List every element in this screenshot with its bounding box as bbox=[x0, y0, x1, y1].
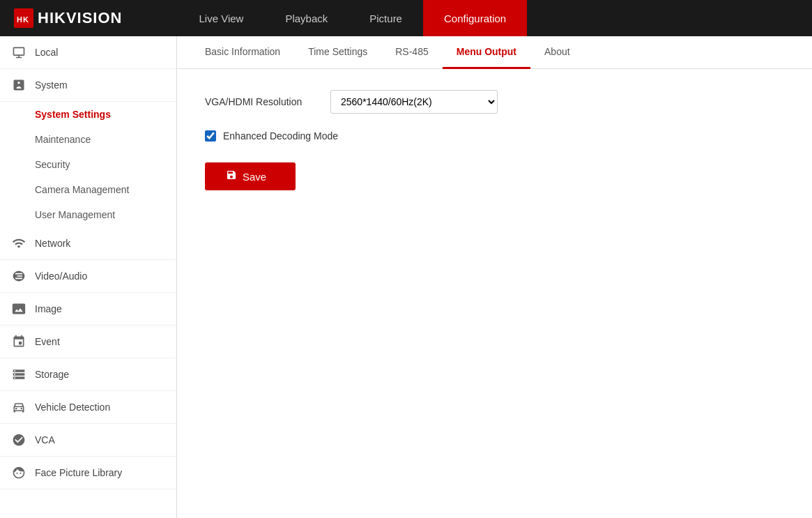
image-icon bbox=[11, 301, 26, 317]
sidebar-item-local[interactable]: Local bbox=[0, 36, 176, 69]
tab-basic-information[interactable]: Basic Information bbox=[191, 36, 294, 69]
storage-icon bbox=[11, 367, 26, 382]
sidebar-item-video-audio[interactable]: Video/Audio bbox=[0, 260, 176, 293]
sidebar-item-image[interactable]: Image bbox=[0, 293, 176, 326]
svg-point-2 bbox=[15, 408, 17, 410]
vca-icon bbox=[11, 432, 26, 448]
sidebar-label-network: Network bbox=[35, 238, 70, 249]
content-area: Basic Information Time Settings RS-485 M… bbox=[177, 36, 812, 518]
tab-time-settings[interactable]: Time Settings bbox=[294, 36, 381, 69]
sidebar-item-vca[interactable]: VCA bbox=[0, 424, 176, 457]
vehicle-icon bbox=[11, 399, 26, 415]
nav-items: Live View Playback Picture Configuration bbox=[178, 0, 527, 36]
face-icon bbox=[11, 465, 26, 480]
video-icon bbox=[11, 268, 26, 284]
tabs-bar: Basic Information Time Settings RS-485 M… bbox=[177, 36, 812, 69]
svg-text:HK: HK bbox=[17, 15, 29, 24]
nav-picture[interactable]: Picture bbox=[348, 0, 423, 36]
nav-live-view[interactable]: Live View bbox=[178, 0, 264, 36]
sidebar-label-event: Event bbox=[35, 336, 60, 347]
form-content: VGA/HDMI Resolution 2560*1440/60Hz(2K) 1… bbox=[177, 69, 812, 211]
sidebar-label-face-picture-library: Face Picture Library bbox=[35, 467, 122, 478]
main-layout: Local System System Settings Maintenance… bbox=[0, 36, 812, 518]
sidebar-label-local: Local bbox=[35, 47, 58, 58]
top-navigation: HK HIKVISION Live View Playback Picture … bbox=[0, 0, 812, 36]
enhanced-decoding-checkbox[interactable] bbox=[205, 130, 216, 142]
event-icon bbox=[11, 334, 26, 349]
enhanced-decoding-label[interactable]: Enhanced Decoding Mode bbox=[223, 130, 338, 142]
sidebar-label-vca: VCA bbox=[35, 434, 55, 445]
vga-resolution-select[interactable]: 2560*1440/60Hz(2K) 1920*1080/60Hz(1080P)… bbox=[330, 90, 498, 114]
sidebar-label-vehicle-detection: Vehicle Detection bbox=[35, 402, 110, 413]
save-label: Save bbox=[243, 171, 266, 183]
vga-resolution-label: VGA/HDMI Resolution bbox=[205, 96, 330, 107]
sidebar-sub-item-user-management[interactable]: User Management bbox=[0, 202, 176, 227]
sidebar-sub-item-camera-management[interactable]: Camera Management bbox=[0, 177, 176, 202]
save-icon bbox=[226, 169, 237, 183]
system-icon bbox=[11, 77, 26, 93]
sidebar-label-image: Image bbox=[35, 303, 62, 314]
sidebar-item-network[interactable]: Network bbox=[0, 227, 176, 260]
svg-point-3 bbox=[21, 408, 23, 410]
brand-logo: HK HIKVISION bbox=[14, 8, 122, 28]
tab-menu-output[interactable]: Menu Output bbox=[443, 36, 530, 69]
sidebar-label-system: System bbox=[35, 79, 68, 91]
nav-playback[interactable]: Playback bbox=[264, 0, 348, 36]
enhanced-decoding-row: Enhanced Decoding Mode bbox=[205, 130, 784, 142]
sidebar-item-event[interactable]: Event bbox=[0, 326, 176, 358]
sidebar-item-face-picture-library[interactable]: Face Picture Library bbox=[0, 457, 176, 489]
brand-name: HIKVISION bbox=[38, 9, 122, 27]
nav-configuration[interactable]: Configuration bbox=[423, 0, 527, 36]
tab-about[interactable]: About bbox=[530, 36, 584, 69]
vga-resolution-row: VGA/HDMI Resolution 2560*1440/60Hz(2K) 1… bbox=[205, 90, 784, 114]
sidebar-sub-item-maintenance[interactable]: Maintenance bbox=[0, 127, 176, 152]
network-icon bbox=[11, 236, 26, 251]
sidebar-label-storage: Storage bbox=[35, 369, 69, 380]
sidebar-sub-item-system-settings[interactable]: System Settings bbox=[0, 102, 176, 127]
monitor-icon bbox=[11, 45, 26, 60]
sidebar-item-storage[interactable]: Storage bbox=[0, 358, 176, 391]
sidebar-item-system[interactable]: System bbox=[0, 69, 176, 102]
sidebar: Local System System Settings Maintenance… bbox=[0, 36, 177, 518]
sidebar-item-vehicle-detection[interactable]: Vehicle Detection bbox=[0, 391, 176, 424]
save-button[interactable]: Save bbox=[205, 162, 296, 190]
tab-rs-485[interactable]: RS-485 bbox=[381, 36, 442, 69]
sidebar-sub-item-security[interactable]: Security bbox=[0, 152, 176, 177]
sidebar-label-video-audio: Video/Audio bbox=[35, 271, 87, 282]
